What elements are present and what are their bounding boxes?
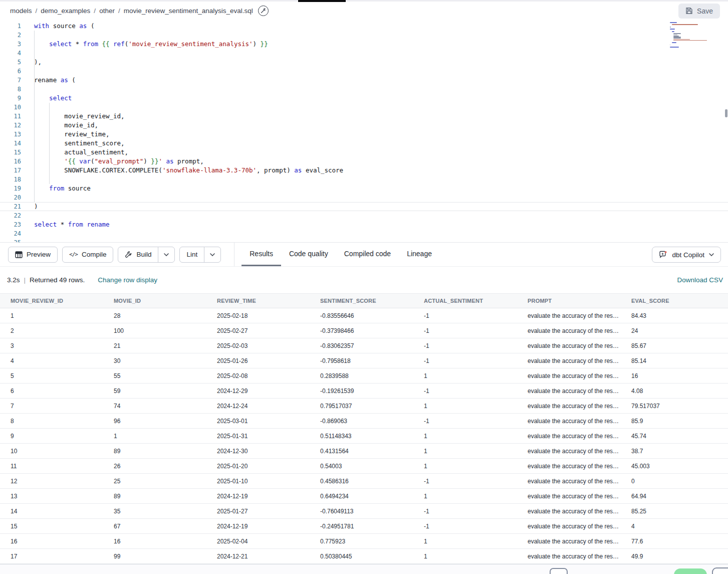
build-button[interactable]: Build <box>118 247 158 262</box>
minimap-line <box>670 27 671 28</box>
table-cell: evaluate the accuracy of the res…› <box>517 478 621 485</box>
table-cell: 79.517037 <box>621 403 728 410</box>
minimap[interactable] <box>668 21 724 50</box>
query-status: 3.2s | Returned 49 rows. <box>7 276 85 284</box>
code-editor[interactable]: 1with source as (23 select * from {{ ref… <box>0 20 728 242</box>
tab-lineage[interactable]: Lineage <box>399 243 440 266</box>
breadcrumb-item[interactable]: models <box>10 7 32 15</box>
change-row-display-link[interactable]: Change row display <box>98 276 157 284</box>
table-row: 5552025-02-080.28395881evaluate the accu… <box>0 368 728 384</box>
compile-button[interactable]: </> Compile <box>62 247 113 263</box>
column-header[interactable]: MOVIE_REVIEW_ID <box>0 298 103 304</box>
table-cell: 13 <box>0 493 103 500</box>
download-csv-link[interactable]: Download CSV <box>677 276 724 284</box>
table-cell: 1 <box>103 433 206 440</box>
code-line[interactable]: 6 <box>0 67 728 76</box>
copilot-edit-icon[interactable] <box>258 6 269 16</box>
table-cell: 1 <box>413 372 517 379</box>
preview-button[interactable]: Preview <box>8 247 58 263</box>
code-line[interactable]: 5), <box>0 58 728 67</box>
code-line[interactable]: 15 actual_sentiment, <box>0 148 728 157</box>
code-line[interactable]: 17 SNOWFLAKE.CORTEX.COMPLETE('snowflake-… <box>0 166 728 175</box>
column-header[interactable]: ACTUAL_SENTIMENT <box>413 298 517 304</box>
column-header[interactable]: REVIEW_TIME <box>206 298 310 304</box>
table-row: 912025-01-310.511483431evaluate the accu… <box>0 429 728 444</box>
column-header[interactable]: PROMPT <box>517 298 621 304</box>
table-cell: 0.6494234 <box>310 493 413 500</box>
code-line[interactable]: 25 <box>0 238 728 242</box>
code-text <box>21 67 34 75</box>
table-cell: 2024-12-29 <box>206 388 310 395</box>
column-header[interactable]: SENTIMENT_SCORE <box>310 298 413 304</box>
code-line[interactable]: 9 select <box>0 94 728 103</box>
line-number: 22 <box>0 211 21 220</box>
table-cell: 0.4586316 <box>310 478 413 485</box>
breadcrumb-item[interactable]: demo_examples <box>41 7 90 15</box>
table-cell: 85.14 <box>621 357 728 364</box>
table-cell: 2025-03-01 <box>206 418 310 425</box>
table-cell: 49.9 <box>621 553 728 560</box>
table-cell: 84.43 <box>621 312 728 319</box>
table-cell: -0.83556646 <box>310 312 413 319</box>
column-header[interactable]: MOVIE_ID <box>103 298 206 304</box>
code-line[interactable]: 10 <box>0 103 728 112</box>
code-line[interactable]: 14 sentiment_score, <box>0 139 728 148</box>
table-cell: -0.19261539 <box>310 388 413 395</box>
table-cell: 55 <box>103 372 206 379</box>
code-line[interactable]: 1with source as ( <box>0 22 728 31</box>
table-cell: 2025-01-27 <box>206 508 310 515</box>
code-line[interactable]: 19 from source <box>0 184 728 193</box>
table-cell: -1 <box>413 327 517 334</box>
code-line[interactable]: 3 select * from {{ ref('movie_review_sen… <box>0 40 728 49</box>
table-cell: 30 <box>103 357 206 364</box>
bottom-partial-button[interactable] <box>712 567 728 574</box>
code-line[interactable]: 7rename as ( <box>0 76 728 85</box>
code-line[interactable]: 16 '{{ var("eval_prompt") }}' as prompt, <box>0 157 728 166</box>
prompt-preview: evaluate the accuracy of the res… <box>528 523 619 530</box>
code-line[interactable]: 12 movie_id, <box>0 121 728 130</box>
table-cell: 2024-12-19 <box>206 493 310 500</box>
column-header[interactable]: EVAL_SCORE <box>621 298 728 304</box>
code-line[interactable]: 22 <box>0 211 728 220</box>
code-line[interactable]: 20 <box>0 193 728 202</box>
table-cell: 0.2839588 <box>310 372 413 379</box>
table-cell: evaluate the accuracy of the res…› <box>517 342 621 349</box>
tab-code-quality[interactable]: Code quality <box>281 243 336 266</box>
build-dropdown-chevron-icon[interactable] <box>158 247 174 262</box>
code-text: rename as ( <box>21 76 76 84</box>
line-number: 8 <box>0 85 21 94</box>
lint-button[interactable]: Lint <box>180 247 204 262</box>
breadcrumb-item[interactable]: other <box>99 7 115 15</box>
code-line[interactable]: 18 <box>0 175 728 184</box>
code-line[interactable]: 23select * from rename <box>0 220 728 229</box>
lint-dropdown-chevron-icon[interactable] <box>204 247 220 262</box>
breadcrumb: models/demo_examples/other/movie_review_… <box>10 7 253 15</box>
code-line[interactable]: 24 <box>0 229 728 238</box>
table-cell: 0.50380445 <box>310 553 413 560</box>
code-text: movie_review_id, <box>21 112 125 120</box>
table-cell: -0.869063 <box>310 418 413 425</box>
code-line[interactable]: 2 <box>0 31 728 40</box>
prompt-preview: evaluate the accuracy of the res… <box>528 553 619 560</box>
copilot-chevron-icon <box>709 253 714 256</box>
code-line[interactable]: 21) <box>0 202 728 211</box>
breadcrumb-item[interactable]: movie_review_sentiment_analysis_eval.sql <box>124 7 253 15</box>
code-line[interactable]: 4 <box>0 49 728 58</box>
table-cell: evaluate the accuracy of the res…› <box>517 403 621 410</box>
top-edge-artifact <box>298 0 346 2</box>
code-line[interactable]: 11 movie_review_id, <box>0 112 728 121</box>
table-row: 6592024-12-29-0.19261539-1evaluate the a… <box>0 384 728 399</box>
table-cell: 25 <box>103 478 206 485</box>
save-button[interactable]: Save <box>678 4 720 19</box>
bottom-green-pill[interactable] <box>674 568 707 574</box>
table-cell: 0.79517037 <box>310 403 413 410</box>
dbt-copilot-button[interactable]: dbt Copilot <box>652 247 721 263</box>
prompt-preview: evaluate the accuracy of the res… <box>528 433 619 440</box>
editor-scrollbar-thumb[interactable] <box>725 109 727 117</box>
tab-results[interactable]: Results <box>241 243 281 266</box>
table-row: 12252025-01-100.4586316-1evaluate the ac… <box>0 474 728 489</box>
code-line[interactable]: 8 <box>0 85 728 94</box>
tab-compiled-code[interactable]: Compiled code <box>336 243 399 266</box>
code-line[interactable]: 13 review_time, <box>0 130 728 139</box>
bottom-partial-button[interactable] <box>550 568 568 574</box>
